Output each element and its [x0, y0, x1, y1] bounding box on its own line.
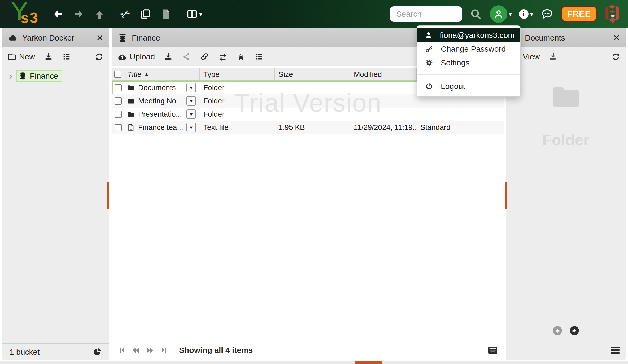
- delete-button[interactable]: [237, 52, 246, 61]
- refresh-icon: [611, 52, 621, 61]
- caret-down-icon: ▾: [509, 10, 512, 18]
- last-page-icon[interactable]: [160, 346, 168, 354]
- pie-chart-icon[interactable]: [92, 347, 102, 357]
- cut-scissors-icon[interactable]: ✂: [118, 6, 133, 22]
- sort-ascending-icon: ▲: [144, 72, 149, 77]
- info-menu-button[interactable]: i ▾: [519, 9, 533, 19]
- columns-layout-icon[interactable]: ▾: [186, 8, 202, 20]
- next-page-icon[interactable]: [146, 346, 155, 354]
- close-icon[interactable]: ✕: [96, 33, 103, 43]
- row-checkbox[interactable]: [115, 97, 122, 105]
- link-button[interactable]: [200, 52, 209, 61]
- row-actions-button[interactable]: ▾: [186, 96, 196, 106]
- row-actions-button[interactable]: ▾: [186, 123, 196, 132]
- close-icon[interactable]: ✕: [613, 33, 620, 43]
- row-size: 1.95 KB: [275, 123, 350, 132]
- column-header-title[interactable]: Title ▲: [124, 68, 200, 80]
- user-icon: [424, 31, 433, 39]
- bucket-count-status: 1 bucket: [10, 348, 92, 357]
- bucket-database-icon: [118, 33, 127, 42]
- row-actions-button[interactable]: ▾: [186, 109, 196, 119]
- tree-item-finance[interactable]: Finance: [16, 70, 63, 82]
- refresh-button[interactable]: [94, 52, 104, 61]
- row-checkbox[interactable]: [115, 84, 122, 91]
- back-arrow-icon[interactable]: [53, 8, 64, 20]
- row-storage-class: Standard: [417, 123, 504, 132]
- power-icon: [424, 82, 434, 91]
- download-button[interactable]: [44, 52, 53, 61]
- text-file-icon: [127, 123, 135, 131]
- pagination-bar: Showing all 4 items: [112, 340, 504, 360]
- user-menu-button[interactable]: ▾: [490, 5, 512, 23]
- upload-button[interactable]: Upload: [117, 52, 155, 61]
- first-page-icon[interactable]: [118, 346, 126, 354]
- menu-item-settings[interactable]: Settings: [417, 56, 520, 70]
- next-object-icon[interactable]: [570, 326, 579, 335]
- list-view-button[interactable]: [255, 52, 264, 61]
- new-bucket-label: New: [19, 52, 35, 61]
- refresh-button[interactable]: [611, 52, 621, 61]
- menu-item-logout[interactable]: Logout: [417, 79, 520, 93]
- column-header-type[interactable]: Type: [200, 68, 275, 80]
- new-bucket-button[interactable]: New: [7, 52, 35, 61]
- list-icon: [255, 52, 264, 61]
- paste-icon[interactable]: [160, 8, 172, 20]
- table-row-presentations[interactable]: Presentatio... ▾ Folder: [112, 108, 504, 121]
- download-button[interactable]: [164, 52, 173, 61]
- keyboard-shortcuts-icon[interactable]: [488, 346, 498, 355]
- column-header-modified[interactable]: Modified: [350, 68, 417, 80]
- app-logo[interactable]: Y s3: [7, 0, 48, 28]
- upload-label: Upload: [130, 52, 155, 61]
- up-arrow-icon[interactable]: [94, 8, 105, 20]
- free-plan-badge[interactable]: FREE: [561, 6, 597, 22]
- buckets-toolbar: New: [2, 47, 109, 66]
- row-type: Text file: [200, 123, 275, 132]
- column-title-label: Title: [128, 70, 142, 79]
- folder-placeholder-icon: [506, 84, 626, 110]
- column-header-size[interactable]: Size: [275, 68, 350, 80]
- select-all-checkbox[interactable]: [114, 71, 121, 78]
- list-view-button[interactable]: [62, 52, 71, 61]
- panel-resize-handle-right[interactable]: [505, 182, 507, 209]
- row-title: Presentatio...: [138, 110, 182, 118]
- previous-object-icon[interactable]: [553, 326, 562, 335]
- search-input[interactable]: [390, 6, 462, 22]
- s3-logo-icon[interactable]: [604, 4, 621, 24]
- history-nav-group: [53, 8, 105, 20]
- caret-down-icon: ▾: [199, 10, 202, 18]
- items-count-status: Showing all 4 items: [179, 346, 253, 355]
- transfer-button[interactable]: [218, 52, 228, 61]
- chat-icon[interactable]: [541, 8, 553, 20]
- share-button[interactable]: [182, 52, 191, 61]
- horizontal-scrollbar-thumb[interactable]: [355, 361, 382, 364]
- preview-toolbar: View: [506, 47, 626, 66]
- row-modified: 11/29/2024, 11:19...: [350, 123, 417, 132]
- caret-down-icon: ▾: [190, 98, 193, 104]
- panel-resize-handle-left[interactable]: [107, 182, 109, 209]
- bucket-name: Finance: [30, 72, 58, 81]
- chevron-right-icon[interactable]: ›: [9, 71, 12, 81]
- previous-page-icon[interactable]: [131, 346, 140, 354]
- row-checkbox[interactable]: [115, 124, 122, 131]
- user-dropdown-menu: fiona@yarkons3.com Change Password: [417, 25, 521, 97]
- row-type: Folder: [200, 83, 275, 92]
- caret-down-icon: ▾: [190, 124, 193, 131]
- download-icon: [549, 52, 558, 61]
- horizontal-scrollbar: [0, 361, 628, 364]
- copy-icon[interactable]: [140, 8, 151, 20]
- menu-item-account[interactable]: fiona@yarkons3.com: [417, 28, 520, 42]
- buckets-panel-header: Yarkon Docker ✕: [2, 28, 109, 47]
- menu-item-label: Change Password: [441, 45, 506, 54]
- folder-icon: [127, 84, 135, 92]
- row-actions-button[interactable]: ▾: [186, 83, 196, 92]
- menu-item-change-password[interactable]: Change Password: [417, 42, 520, 56]
- preview-nav-arrows: [506, 326, 626, 335]
- row-checkbox[interactable]: [115, 111, 122, 118]
- download-button[interactable]: [549, 52, 558, 61]
- gear-icon: [424, 59, 434, 67]
- forward-arrow-icon[interactable]: [73, 8, 84, 20]
- table-row-finance-file[interactable]: Finance tea... ▾ Text file 1.95 KB 11/29…: [112, 121, 504, 134]
- preview-panel: Documents ✕ View: [506, 28, 626, 360]
- search-icon[interactable]: [470, 8, 482, 20]
- menu-hamburger-icon[interactable]: [611, 347, 620, 354]
